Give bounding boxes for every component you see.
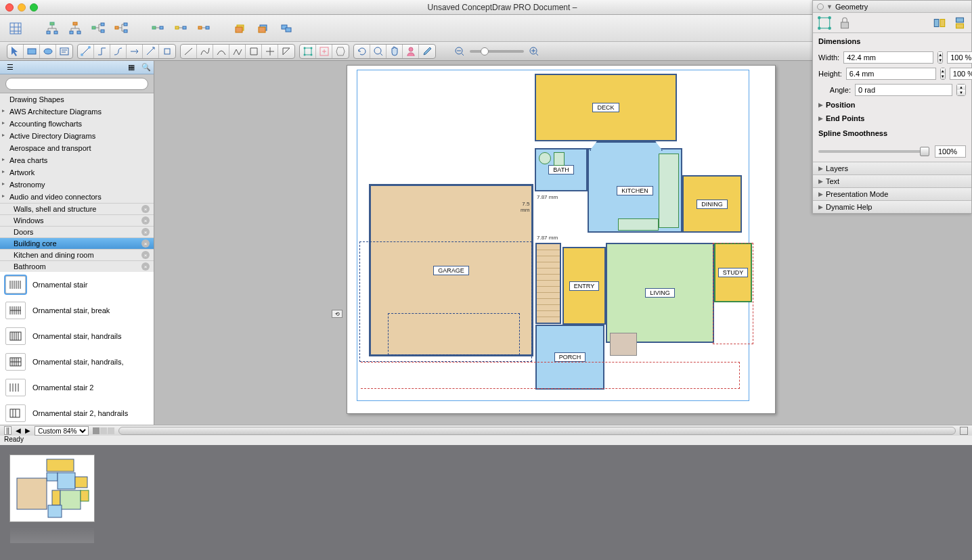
close-icon[interactable]: ×: [141, 228, 150, 236]
connector-3[interactable]: [110, 45, 127, 58]
shape-item[interactable]: Ornamental stair, break: [0, 298, 154, 323]
page-handle[interactable]: ⟲: [332, 310, 343, 318]
stencil-item[interactable]: Bathroom×: [0, 260, 154, 272]
close-icon[interactable]: ×: [141, 205, 150, 213]
disclosure-icon[interactable]: ▼: [826, 3, 833, 10]
edit-3[interactable]: [332, 45, 349, 58]
zoom-thumb[interactable]: [481, 47, 489, 55]
room-entry[interactable]: ENTRY: [562, 247, 606, 325]
tab-grid-icon[interactable]: ▦: [124, 62, 139, 74]
zoom-track[interactable]: [470, 50, 524, 53]
pointer-tool[interactable]: [7, 45, 24, 58]
shape-item[interactable]: Ornamental stair 2, handrails: [0, 400, 154, 425]
zoom-in-icon[interactable]: [528, 45, 540, 57]
zoom-icon[interactable]: [30, 3, 38, 11]
footer-layers[interactable]: ▶Layers: [813, 162, 971, 174]
layer-button-3[interactable]: [278, 20, 295, 37]
dropper-tool[interactable]: [419, 45, 435, 58]
pan-tool[interactable]: [386, 45, 403, 58]
line-2[interactable]: [197, 45, 213, 58]
fit-button[interactable]: [960, 427, 968, 435]
category-item[interactable]: Drawing Shapes: [0, 93, 154, 106]
category-item[interactable]: Aerospace and transport: [0, 142, 154, 154]
connector-5[interactable]: [143, 45, 159, 58]
room-dining[interactable]: DINING: [682, 175, 742, 233]
category-item[interactable]: Astronomy: [0, 179, 154, 191]
zoom-out-icon[interactable]: [454, 45, 466, 57]
footer-help[interactable]: ▶Dynamic Help: [813, 200, 971, 213]
view-mode-2[interactable]: [100, 427, 107, 434]
ellipse-tool[interactable]: [40, 45, 56, 58]
person-tool[interactable]: [403, 45, 419, 58]
category-item[interactable]: Audio and video connectors: [0, 191, 154, 203]
chain-button-3[interactable]: [195, 20, 213, 37]
page-thumbnail[interactable]: [9, 454, 95, 522]
page-nav[interactable]: ||: [4, 426, 12, 435]
category-item[interactable]: Active Directory Diagrams: [0, 130, 154, 142]
category-item[interactable]: AWS Architecture Diagrams: [0, 106, 154, 118]
layer-button-1[interactable]: [231, 20, 249, 37]
layer-button-2[interactable]: [255, 20, 272, 37]
stencil-item[interactable]: Doors×: [0, 226, 154, 237]
angle-stepper[interactable]: ▲▼: [956, 84, 966, 96]
close-icon[interactable]: ×: [141, 262, 150, 271]
zoom-tool[interactable]: [370, 45, 386, 58]
connector-1[interactable]: [78, 45, 94, 58]
line-5[interactable]: [246, 45, 262, 58]
connector-6[interactable]: [159, 45, 175, 58]
tree-button-4[interactable]: [112, 20, 130, 37]
flip-h-icon[interactable]: [932, 16, 947, 30]
shape-item[interactable]: Ornamental stair, handrails: [0, 323, 154, 349]
bounds-icon[interactable]: [817, 16, 832, 30]
zoom-select[interactable]: Custom 84%: [35, 426, 89, 436]
close-icon[interactable]: ×: [141, 251, 150, 259]
shape-item[interactable]: Ornamental stair 2: [0, 375, 154, 400]
width-input[interactable]: [843, 51, 933, 64]
angle-input[interactable]: [855, 84, 952, 96]
shape-item[interactable]: Ornamental stair, handrails,: [0, 349, 154, 375]
line-7[interactable]: [278, 45, 294, 58]
drawing-canvas[interactable]: DECK BATH KITCHEN DINING GARAGE ENTRY: [347, 65, 776, 414]
grid-button[interactable]: [7, 20, 24, 37]
connector-2[interactable]: [94, 45, 110, 58]
width-stepper[interactable]: ▲▼: [937, 51, 943, 64]
edit-1[interactable]: [300, 45, 316, 58]
view-mode-3[interactable]: [108, 427, 114, 434]
tab-list-icon[interactable]: ☰: [3, 62, 18, 74]
flip-v-icon[interactable]: [952, 16, 967, 30]
tree-button-3[interactable]: [89, 20, 107, 37]
rect-tool[interactable]: [24, 45, 40, 58]
line-1[interactable]: [181, 45, 197, 58]
height-input[interactable]: [846, 68, 936, 80]
chain-button-1[interactable]: [149, 20, 167, 37]
footer-text[interactable]: ▶Text: [813, 174, 971, 187]
width-percent[interactable]: [947, 51, 972, 64]
page-next[interactable]: ▶: [25, 427, 30, 434]
close-icon[interactable]: ×: [141, 239, 150, 248]
stencil-item[interactable]: Kitchen and dining room×: [0, 249, 154, 260]
category-item[interactable]: Artwork: [0, 166, 154, 179]
connector-4[interactable]: [127, 45, 143, 58]
endpoints-section[interactable]: ▶End Points: [813, 112, 971, 125]
tree-button-1[interactable]: [43, 20, 61, 37]
tree-button-2[interactable]: [66, 20, 84, 37]
footer-presentation[interactable]: ▶Presentation Mode: [813, 187, 971, 200]
line-6[interactable]: [262, 45, 278, 58]
close-icon[interactable]: ×: [141, 216, 150, 225]
spline-percent[interactable]: [935, 145, 966, 158]
view-mode-1[interactable]: [93, 427, 100, 434]
refresh-tool[interactable]: [354, 45, 370, 58]
text-tool[interactable]: [56, 45, 72, 58]
page-prev[interactable]: ◀: [16, 427, 21, 434]
pin-icon[interactable]: [817, 3, 824, 10]
line-3[interactable]: [213, 45, 229, 58]
tab-search-icon[interactable]: 🔍: [139, 62, 154, 74]
stencil-item[interactable]: Walls, shell and structure×: [0, 203, 154, 214]
height-percent[interactable]: [950, 68, 972, 80]
category-item[interactable]: Area charts: [0, 154, 154, 166]
minimize-icon[interactable]: [18, 3, 26, 11]
close-icon[interactable]: [5, 3, 14, 11]
room-deck[interactable]: DECK: [535, 74, 677, 141]
edit-2[interactable]: [316, 45, 332, 58]
stencil-item[interactable]: Building core×: [0, 237, 154, 249]
